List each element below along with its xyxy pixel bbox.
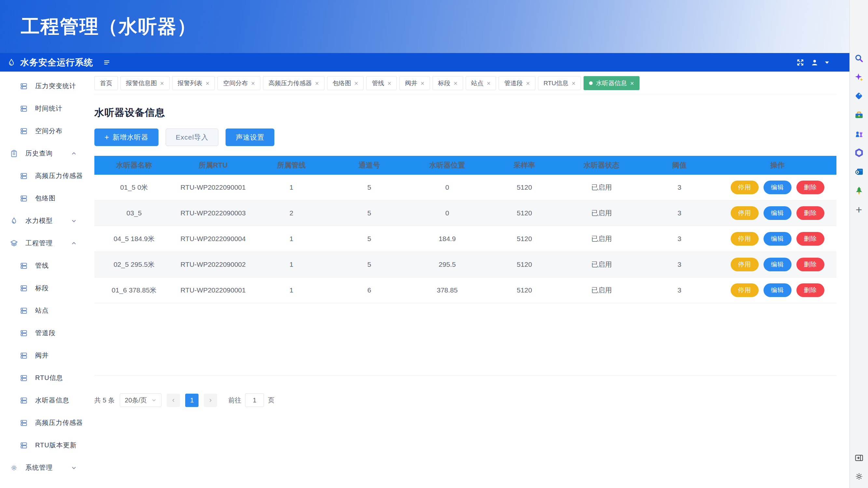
sidebar-item-pipe-segment[interactable]: 管道段 [0,322,85,344]
column-header: 通道号 [330,160,408,170]
panel-collapse-icon[interactable] [854,453,864,463]
copilot-icon[interactable] [854,72,864,82]
collection-icon [20,351,28,360]
sidebar-item-hf-pressure-sensor[interactable]: 高频压力传感器 [0,165,85,187]
sidebar-item-valve-well[interactable]: 阀井 [0,344,85,367]
tab-label: 水听器信息 [596,79,627,88]
edit-button[interactable]: 编辑 [764,181,792,194]
tab-home[interactable]: 首页 [94,76,118,90]
disable-button[interactable]: 停用 [731,206,758,220]
menu-fold-icon[interactable] [103,59,111,66]
excel-import-button[interactable]: Excel导入 [166,129,218,146]
delete-button[interactable]: 删除 [797,206,825,220]
sidebar-section-hydraulic-model[interactable]: 水力模型 [0,209,85,232]
tab-label: 站点 [471,79,484,88]
tab-hf-pressure-sensor[interactable]: 高频压力传感器× [263,76,324,90]
app-navbar: 水务安全运行系统 [0,53,849,72]
sidebar-item-station[interactable]: 站点 [0,299,85,322]
close-icon[interactable]: × [206,80,210,87]
close-icon[interactable]: × [387,80,391,87]
page-size-select[interactable]: 20条/页 [120,393,161,407]
tree-game-icon[interactable] [854,186,864,196]
tab-hydrophone-info[interactable]: 水听器信息× [584,76,640,90]
cell-hydrophone-name: 04_5 184.9米 [94,234,174,243]
edit-button[interactable]: 编辑 [764,206,792,220]
delete-button[interactable]: 删除 [797,283,825,297]
close-icon[interactable]: × [454,80,458,87]
close-icon[interactable]: × [487,80,491,87]
delete-button[interactable]: 删除 [797,232,825,246]
tab-pipe-segment[interactable]: 管道段× [499,76,535,90]
disable-button[interactable]: 停用 [731,181,758,194]
sidebar-item-rtu-version-update[interactable]: RTU版本更新 [0,434,85,456]
tab-envelope-chart[interactable]: 包络图× [327,76,364,90]
cell-hydrophone-name: 01_6 378.85米 [94,286,174,295]
collection-icon [20,172,28,180]
close-icon[interactable]: × [572,80,576,87]
tab-rtu-info[interactable]: RTU信息× [538,76,581,90]
cell-hydrophone-name: 01_5 0米 [94,183,174,192]
tab-spatial-distribution[interactable]: 空间分布× [217,76,260,90]
close-icon[interactable]: × [160,80,164,87]
close-icon[interactable]: × [251,80,255,87]
user-icon[interactable] [810,58,819,67]
tab-station[interactable]: 站点× [466,76,496,90]
sidebar-item-hf-pressure-sensor-mgmt[interactable]: 高频压力传感器 [0,412,85,434]
add-icon[interactable]: + [854,204,864,215]
sound-speed-settings-button[interactable]: 声速设置 [225,129,274,146]
cell-channel: 5 [330,209,408,217]
prev-page-button[interactable]: ‹ [167,394,180,407]
sidebar-section-project-management[interactable]: 工程管理 [0,232,85,254]
games-icon[interactable] [854,129,864,139]
tab-label: 空间分布 [223,79,248,88]
shopping-tag-icon[interactable] [854,91,864,101]
tab-pipeline[interactable]: 管线× [366,76,397,90]
sidebar-item-bid-section[interactable]: 标段 [0,277,85,299]
cell-status: 已启用 [563,286,641,295]
goto-page-input[interactable] [245,393,264,407]
close-icon[interactable]: × [354,80,358,87]
tab-alarm-info-chart[interactable]: 报警信息图× [120,76,169,90]
add-hydrophone-button[interactable]: + 新增水听器 [94,129,158,146]
disable-button[interactable]: 停用 [731,232,758,246]
sidebar-item-spatial-distribution[interactable]: 空间分布 [0,120,85,142]
tab-valve-well[interactable]: 阀井× [399,76,430,90]
tab-alarm-list[interactable]: 报警列表× [172,76,215,90]
sidebar-item-envelope-chart[interactable]: 包络图 [0,187,85,209]
sidebar-item-pipeline[interactable]: 管线 [0,254,85,277]
disable-button[interactable]: 停用 [731,258,758,271]
column-header: 所属RTU [174,160,253,170]
sidebar-section-history-query[interactable]: 历史查询 [0,142,85,165]
chevron-up-icon [71,151,77,157]
cell-rtu: RTU-WP2022090003 [174,209,253,217]
sidebar-section-system-management[interactable]: 系统管理 [0,456,85,479]
close-icon[interactable]: × [421,80,425,87]
disable-button[interactable]: 停用 [731,283,758,297]
delete-button[interactable]: 删除 [797,181,825,194]
edit-button[interactable]: 编辑 [764,232,792,246]
close-icon[interactable]: × [526,80,530,87]
delete-button[interactable]: 删除 [797,258,825,271]
sidebar-item-time-stats[interactable]: 时间统计 [0,97,85,120]
sidebar-item-hydrophone-info[interactable]: 水听器信息 [0,389,85,412]
settings-icon[interactable] [854,471,864,482]
sidebar-item-label: RTU信息 [35,373,63,382]
close-icon[interactable]: × [315,80,319,87]
page-number-current[interactable]: 1 [185,394,198,407]
close-icon[interactable]: × [630,80,634,87]
sidebar-item-rtu-info[interactable]: RTU信息 [0,367,85,389]
tab-bid-section[interactable]: 标段× [433,76,463,90]
next-page-button[interactable]: › [204,394,217,407]
caret-down-icon[interactable] [825,61,829,64]
column-header: 阈值 [641,160,718,170]
edit-button[interactable]: 编辑 [764,283,792,297]
m365-icon[interactable] [854,148,864,158]
button-label: 声速设置 [236,133,264,142]
toolbox-icon[interactable] [854,110,864,120]
fullscreen-icon[interactable] [796,58,805,67]
outlook-icon[interactable] [854,167,864,177]
edit-button[interactable]: 编辑 [764,258,792,271]
sidebar-item-pressure-surge-stats[interactable]: 压力突变统计 [0,75,85,97]
search-icon[interactable] [854,53,864,63]
table-row: 03_5 RTU-WP2022090003 2 5 0 5120 已启用 3 停… [94,200,836,226]
